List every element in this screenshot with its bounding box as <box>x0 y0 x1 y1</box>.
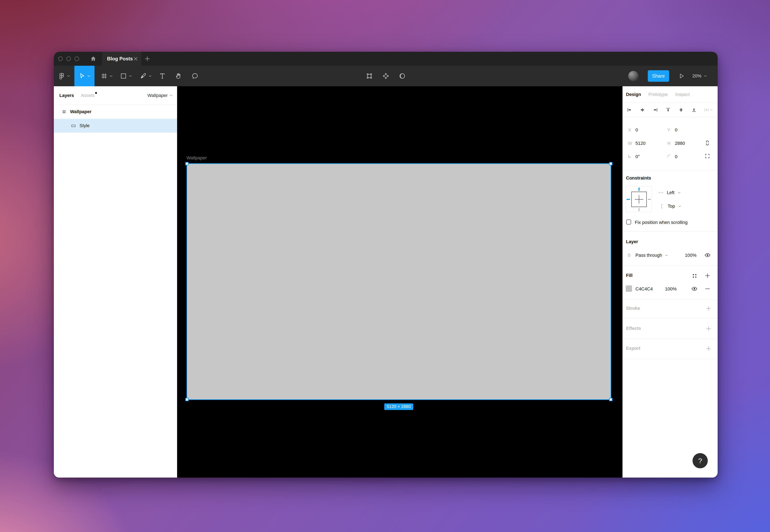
component-icon <box>382 73 389 79</box>
selection-handle-top-right[interactable] <box>609 162 612 165</box>
tab-design[interactable]: Design <box>626 92 641 97</box>
tab-blog-posts[interactable]: Blog Posts <box>102 52 141 66</box>
rotation-input[interactable]: 0° <box>635 154 640 159</box>
add-fill-icon[interactable] <box>704 272 711 279</box>
selection-handle-bottom-left[interactable] <box>185 398 189 401</box>
figma-window: Blog Posts <box>54 52 718 478</box>
vertical-constraint-dropdown[interactable]: Top <box>659 202 681 210</box>
pen-tool-button[interactable] <box>137 66 154 86</box>
selected-frame[interactable] <box>187 163 611 400</box>
fix-position-checkbox[interactable] <box>626 220 631 225</box>
hand-tool-button[interactable] <box>173 66 184 86</box>
layer-opacity-input[interactable]: 100% <box>684 253 696 258</box>
fill-styles-icon[interactable] <box>692 273 698 279</box>
y-input[interactable]: 0 <box>675 127 677 133</box>
play-icon <box>679 73 685 79</box>
export-section-title: Export <box>626 346 640 351</box>
frame-label[interactable]: Wallpaper <box>187 155 207 161</box>
canvas[interactable]: Wallpaper 5120 × 2880 <box>177 86 622 478</box>
present-button[interactable] <box>676 66 687 86</box>
hand-tool-icon <box>175 73 182 79</box>
toolbar: Share 20% <box>54 66 718 86</box>
selection-handle-top-left[interactable] <box>185 162 189 165</box>
tab-assets[interactable]: Assets <box>81 93 95 98</box>
align-left-button[interactable] <box>625 105 634 115</box>
add-effect-icon[interactable] <box>704 325 713 333</box>
fill-visibility-eye-icon[interactable] <box>691 286 698 292</box>
main-menu-button[interactable] <box>56 66 72 86</box>
tab-prototype[interactable]: Prototype <box>648 92 668 97</box>
x-input[interactable]: 0 <box>635 127 638 133</box>
zoom-level-control[interactable]: 20% <box>692 66 707 86</box>
constraint-right-tick[interactable] <box>648 199 651 200</box>
horizontal-constraint-value: Left <box>667 190 674 195</box>
page-selector[interactable]: Wallpaper <box>148 93 173 98</box>
chevron-down-icon <box>67 75 70 77</box>
share-button[interactable]: Share <box>648 70 669 82</box>
align-bottom-button[interactable] <box>689 105 699 115</box>
y-label: Y <box>667 127 670 133</box>
add-stroke-icon[interactable] <box>704 304 713 313</box>
height-input[interactable]: 2880 <box>675 141 685 146</box>
constraint-top-tick[interactable] <box>639 188 640 191</box>
constraints-widget[interactable] <box>626 186 652 212</box>
fill-opacity-input[interactable]: 100% <box>665 286 677 292</box>
add-export-icon[interactable] <box>704 344 713 353</box>
traffic-light-minimize[interactable] <box>66 56 71 61</box>
comment-tool-button[interactable] <box>189 66 201 86</box>
tab-layers[interactable]: Layers <box>59 93 74 98</box>
chevron-down-icon <box>665 254 668 256</box>
layer-section-title: Layer <box>626 239 638 244</box>
independent-corners-icon[interactable] <box>704 153 710 159</box>
constraint-bottom-tick[interactable] <box>639 208 639 211</box>
effects-section: Effects <box>622 318 718 339</box>
move-tool-button[interactable] <box>74 66 95 86</box>
tab-assets-label: Assets <box>81 93 95 98</box>
window-titlebar: Blog Posts <box>54 52 718 66</box>
layer-row-style[interactable]: Style <box>54 119 177 133</box>
comment-tool-icon <box>191 73 198 79</box>
selection-handle-bottom-right[interactable] <box>609 398 612 401</box>
distribute-button[interactable] <box>702 105 715 115</box>
fill-color-swatch[interactable] <box>626 286 632 292</box>
rectangle-layer-icon <box>71 123 76 128</box>
fill-section-title: Fill <box>626 273 633 278</box>
layer-row-wallpaper[interactable]: Wallpaper <box>54 105 177 119</box>
chevron-down-icon <box>704 75 707 77</box>
width-label: W <box>628 141 632 146</box>
fix-position-label: Fix position when scrolling <box>635 220 688 225</box>
close-tab-icon[interactable] <box>133 56 138 61</box>
text-tool-button[interactable] <box>157 66 168 86</box>
blend-mode-row: Pass through <box>627 251 668 260</box>
chevron-down-icon <box>129 75 132 77</box>
use-as-mask-button[interactable] <box>397 66 408 86</box>
fill-hex-input[interactable]: C4C4C4 <box>635 286 653 292</box>
shape-tool-button[interactable] <box>117 66 135 86</box>
create-component-button[interactable] <box>380 66 392 86</box>
traffic-light-zoom[interactable] <box>75 56 79 61</box>
edit-object-button[interactable] <box>364 66 375 86</box>
constraint-left-tick[interactable] <box>627 199 630 200</box>
frame-tool-button[interactable] <box>98 66 115 86</box>
layers-panel: Layers Assets Wallpaper <box>54 86 177 478</box>
tab-inspect[interactable]: Inspect <box>675 92 690 97</box>
corner-radius-input[interactable]: 0 <box>675 154 677 159</box>
help-button[interactable]: ? <box>693 453 708 468</box>
traffic-light-close[interactable] <box>58 56 63 61</box>
align-top-button[interactable] <box>663 105 673 115</box>
blend-mode-value[interactable]: Pass through <box>635 253 662 258</box>
home-icon[interactable] <box>89 55 97 63</box>
align-horizontal-centers-button[interactable] <box>637 105 647 115</box>
pen-tool-icon <box>140 73 147 79</box>
width-input[interactable]: 5120 <box>635 141 646 146</box>
align-right-button[interactable] <box>650 105 660 115</box>
layer-visibility-eye-icon[interactable] <box>704 252 711 258</box>
new-tab-icon[interactable] <box>143 55 152 63</box>
remove-fill-icon[interactable] <box>704 286 711 292</box>
horizontal-constraint-dropdown[interactable]: Left <box>658 189 681 197</box>
constrain-proportions-icon[interactable] <box>704 139 711 147</box>
stroke-section: Stroke <box>622 300 718 318</box>
user-avatar[interactable] <box>628 71 639 81</box>
blend-mode-icon[interactable] <box>627 253 632 258</box>
align-vertical-centers-button[interactable] <box>676 105 686 115</box>
